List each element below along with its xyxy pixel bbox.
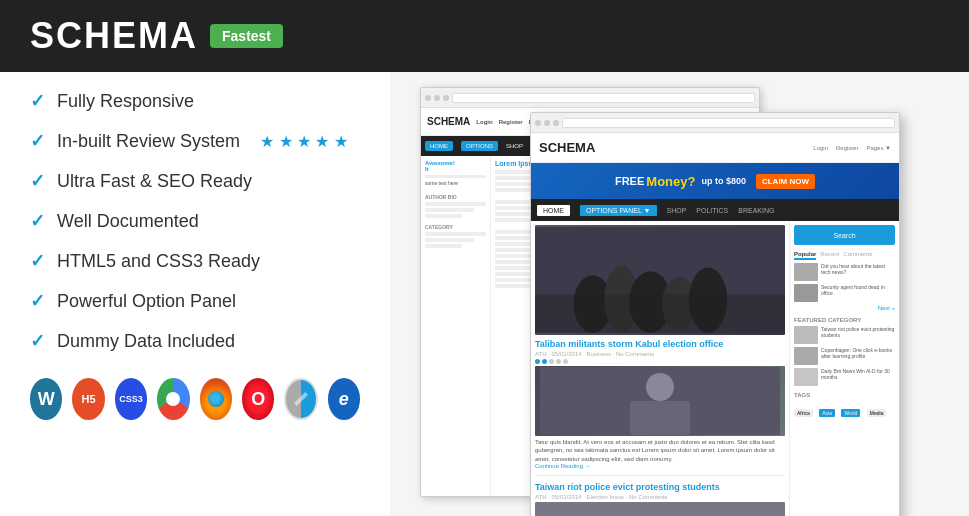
top-nav-item: Register	[836, 145, 858, 151]
tags-section: TAGS Africa Asia World Media	[794, 392, 895, 419]
opera-icon: O	[242, 378, 274, 420]
dot	[563, 359, 568, 364]
article-item-1: Taliban militants storm Kabul election o…	[535, 339, 785, 476]
featured-item: Copenhagen: One click e-books after lear…	[794, 347, 895, 365]
feature-item: ✓ Ultra Fast & SEO Ready	[30, 170, 360, 192]
read-more-1: Continue Reading →	[535, 463, 785, 469]
featured-thumb	[794, 368, 818, 386]
article-text-1: Tatur quis blandit. At vero eos et accus…	[535, 438, 785, 463]
main-content: ✓ Fully Responsive ✓ In-built Review Sys…	[0, 72, 969, 516]
popular-item-text: Did you hear about the latest tech news?	[821, 263, 895, 281]
front-articles-list: Taiwan riot police evict protesting stud…	[531, 221, 789, 516]
feature-item: ✓ Dummy Data Included	[30, 330, 360, 352]
tag: Africa	[794, 409, 813, 417]
popular-item: Security agent found dead in office	[794, 284, 895, 302]
tab-popular: Popular	[794, 251, 816, 260]
popular-section: Popular Recent Comments Did you hear abo…	[794, 251, 895, 311]
back-nav-item: Register	[499, 119, 523, 125]
check-icon: ✓	[30, 330, 45, 352]
browser-front: SCHEMA Login Register Pages ▼ FREE Money…	[530, 112, 900, 516]
featured-item: Daily Brit News Win Al-D for 30 months	[794, 368, 895, 386]
featured-item: Taiwan riot police evict protesting stud…	[794, 326, 895, 344]
feature-item: ✓ Powerful Option Panel	[30, 290, 360, 312]
browser-nav-back	[421, 88, 759, 108]
features-panel: ✓ Fully Responsive ✓ In-built Review Sys…	[0, 72, 390, 516]
css3-icon: CSS3	[115, 378, 147, 420]
tab-recent: Recent	[820, 251, 839, 260]
popular-thumb	[794, 284, 818, 302]
front-main-nav: HOME OPTIONS PANEL ▼ SHOP POLITICS BREAK…	[531, 199, 899, 221]
article-meta-2: ATH · 05/01/2014 · Election Issue · No C…	[535, 494, 785, 500]
tab-row: Popular Recent Comments	[794, 251, 895, 260]
article-link: Awesome!It	[425, 160, 486, 172]
page-header: SCHEMA Fastest	[0, 0, 969, 72]
hero-article: Taiwan riot police evict protesting stud…	[535, 225, 785, 335]
article-image-2	[535, 502, 785, 516]
dot	[535, 359, 540, 364]
preview-panel: SCHEMA Login Register Pages ▼ HOME OPTIO…	[390, 72, 969, 516]
browser-nav-front	[531, 113, 899, 133]
feature-text: Dummy Data Included	[57, 331, 235, 352]
check-icon: ✓	[30, 210, 45, 232]
feature-text: In-built Review System	[57, 131, 240, 152]
featured-thumb	[794, 326, 818, 344]
feature-text: Well Documented	[57, 211, 199, 232]
hero-image	[535, 225, 785, 335]
banner-label: FREE	[615, 175, 644, 187]
next-link: Next »	[794, 305, 895, 311]
top-nav-item: Pages ▼	[866, 145, 891, 151]
feature-item: ✓ Fully Responsive	[30, 90, 360, 112]
front-site-header: SCHEMA Login Register Pages ▼	[531, 133, 899, 163]
front-nav-shop: SHOP	[667, 207, 687, 214]
tag: World	[841, 409, 860, 417]
check-icon: ✓	[30, 90, 45, 112]
svg-rect-10	[630, 401, 690, 435]
dots-indicator	[535, 359, 785, 364]
check-icon: ✓	[30, 290, 45, 312]
front-body: Taiwan riot police evict protesting stud…	[531, 221, 899, 516]
back-nav-options: OPTIONS	[461, 141, 498, 151]
back-nav-item: Login	[476, 119, 492, 125]
front-banner: FREE Money? up to $800 CLAIM NOW	[531, 163, 899, 199]
fastest-badge: Fastest	[210, 24, 283, 48]
tag: Media	[867, 409, 887, 417]
article-title-2: Taiwan riot police evict protesting stud…	[535, 482, 785, 492]
front-nav-options: OPTIONS PANEL ▼	[580, 205, 657, 216]
tech-icons-row: W H5 CSS3 O e	[30, 370, 360, 428]
article-excerpt: some text here	[425, 180, 486, 186]
feature-text: Fully Responsive	[57, 91, 194, 112]
front-logo: SCHEMA	[539, 140, 595, 155]
dot	[556, 359, 561, 364]
banner-amount: up to $800	[701, 176, 746, 186]
feature-text: HTML5 and CSS3 Ready	[57, 251, 260, 272]
html5-icon: H5	[72, 378, 104, 420]
article-item-2: Taiwan riot police evict protesting stud…	[535, 482, 785, 516]
safari-icon	[284, 378, 317, 420]
dot	[549, 359, 554, 364]
featured-thumb	[794, 347, 818, 365]
sidebar-category-label: CATEGORY	[425, 224, 486, 230]
feature-text: Ultra Fast & SEO Ready	[57, 171, 252, 192]
search-label: Search	[833, 232, 855, 239]
front-sidebar-right: Search Popular Recent Comments Did you h…	[789, 221, 899, 516]
front-nav-home: HOME	[537, 205, 570, 216]
featured-item-text: Copenhagen: One click e-books after lear…	[821, 347, 895, 365]
search-box: Search	[794, 225, 895, 245]
chrome-icon	[157, 378, 189, 420]
back-nav-shop: SHOP	[506, 143, 523, 149]
top-nav-item: Login	[813, 145, 828, 151]
featured-section-title: FEATURED CATEGORY	[794, 317, 895, 323]
tab-comments: Comments	[843, 251, 872, 260]
featured-item-text: Daily Brit News Win Al-D for 30 months	[821, 368, 895, 386]
popular-thumb	[794, 263, 818, 281]
featured-item-text: Taiwan riot police evict protesting stud…	[821, 326, 895, 344]
check-icon: ✓	[30, 170, 45, 192]
article-image-1	[535, 366, 785, 436]
feature-item: ✓ In-built Review System ★ ★ ★ ★ ★	[30, 130, 360, 152]
back-logo: SCHEMA	[427, 116, 470, 127]
back-nav-home: HOME	[425, 141, 453, 151]
front-nav-breaking: BREAKING	[738, 207, 774, 214]
svg-point-9	[646, 373, 674, 401]
tag: Asia	[819, 409, 835, 417]
feature-item: ✓ HTML5 and CSS3 Ready	[30, 250, 360, 272]
